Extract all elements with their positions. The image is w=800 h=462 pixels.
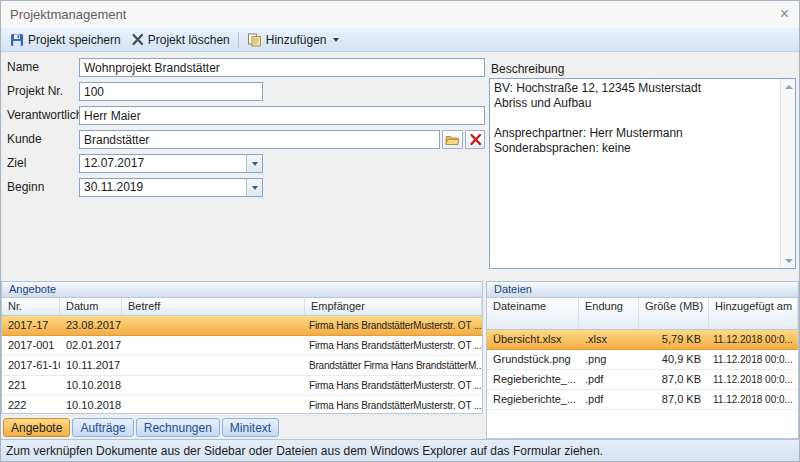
ziel-date-value: 12.07.2017 [84, 155, 144, 172]
clear-customer-button[interactable] [465, 130, 485, 149]
dateien-col-dateiname[interactable]: Dateiname [487, 298, 579, 329]
cell-dateiname: Übersicht.xlsx [487, 330, 579, 349]
table-row[interactable]: Regieberichte_... .pdf 87,0 KB 11.12.201… [487, 370, 798, 390]
add-document-icon [247, 33, 262, 47]
cell-groesse: 40,9 KB [639, 350, 709, 369]
window-title: Projektmanagement [10, 7, 126, 22]
cell-betreff [122, 396, 305, 415]
tab-angebote[interactable]: Angebote [3, 418, 70, 437]
cell-endung: .pdf [579, 370, 639, 389]
cell-empfaenger: Firma Hans BrandstätterMusterstr. OT ... [305, 336, 482, 355]
save-icon [10, 33, 24, 47]
cell-nr: 2017-61-10 [2, 356, 60, 375]
beginn-label: Beginn [7, 178, 44, 197]
name-input[interactable] [79, 58, 485, 77]
tab-rechnungen[interactable]: Rechnungen [136, 418, 220, 437]
cell-hinzugefuegt: 11.12.2018 00:0... [709, 330, 798, 349]
cell-endung: .xlsx [579, 330, 639, 349]
scroll-up-button[interactable] [781, 79, 796, 94]
chevron-down-icon [785, 259, 793, 263]
cell-groesse: 5,79 KB [639, 330, 709, 349]
add-button[interactable]: Hinzufügen [242, 30, 345, 50]
ziel-dropdown-button[interactable] [246, 155, 262, 172]
save-project-button[interactable]: Projekt speichern [5, 30, 126, 50]
table-row[interactable]: 222 10.10.2018 Firma Hans BrandstätterMu… [2, 396, 482, 416]
projektmanagement-window: Projektmanagement × Projekt speichern Pr… [0, 0, 800, 462]
beschreibung-scrollbar[interactable] [780, 79, 795, 268]
cell-betreff [122, 356, 305, 375]
table-row[interactable]: 2017-001 02.01.2017 Firma Hans Brandstät… [2, 336, 482, 356]
beginn-date-picker[interactable]: 30.11.2019 [79, 178, 263, 197]
angebote-col-betreff[interactable]: Betreff [122, 298, 305, 315]
cell-nr: 221 [2, 376, 60, 395]
dateien-col-endung[interactable]: Endung [579, 298, 639, 329]
cell-groesse: 87,0 KB [639, 370, 709, 389]
delete-x-icon [131, 33, 144, 46]
delete-project-button[interactable]: Projekt löschen [126, 30, 235, 50]
beschreibung-text: BV: Hochstraße 12, 12345 Musterstadt Abr… [490, 79, 780, 268]
tab-auftraege[interactable]: Aufträge [72, 418, 133, 437]
open-customer-button[interactable] [442, 130, 463, 149]
projekt-nr-label: Projekt Nr. [7, 82, 63, 101]
table-row[interactable]: 221 10.10.2018 Firma Hans BrandstätterMu… [2, 376, 482, 396]
cell-dateiname: Grundstück.png [487, 350, 579, 369]
cell-empfaenger: Firma Hans BrandstätterMusterstr. OT ...… [305, 396, 482, 415]
cell-betreff [122, 336, 305, 355]
cell-endung: .pdf [579, 390, 639, 409]
dateien-table-header: Dateiname Endung Größe (MB) Hinzugefügt … [487, 298, 798, 330]
table-row[interactable]: 2017-61-10 10.11.2017 Brandstätter Firma… [2, 356, 482, 376]
cell-dateiname: Regieberichte_... [487, 390, 579, 409]
angebote-section-header: Angebote [1, 281, 483, 297]
angebote-col-datum[interactable]: Datum [60, 298, 122, 315]
name-label: Name [7, 58, 39, 77]
red-x-icon [469, 133, 482, 146]
table-row[interactable]: Regieberichte_... .pdf 87,0 KB 11.12.201… [487, 390, 798, 410]
close-icon[interactable]: × [780, 5, 789, 23]
cell-nr: 2017-17 [2, 316, 60, 335]
angebote-col-empfaenger[interactable]: Empfänger [305, 298, 482, 315]
dateien-col-groesse[interactable]: Größe (MB) [639, 298, 709, 329]
angebote-table: Nr. Datum Betreff Empfänger 2017-17 23.0… [1, 297, 483, 414]
chevron-down-icon [333, 38, 339, 42]
dateien-table: Dateiname Endung Größe (MB) Hinzugefügt … [486, 297, 799, 439]
scroll-down-button[interactable] [781, 253, 796, 268]
cell-nr: 222 [2, 396, 60, 415]
cell-groesse: 87,0 KB [639, 390, 709, 409]
tabbar: Angebote Aufträge Rechnungen Minitext [3, 418, 279, 438]
projekt-nr-input[interactable] [79, 82, 263, 101]
titlebar: Projektmanagement × [1, 1, 799, 28]
cell-betreff [122, 316, 305, 335]
toolbar: Projekt speichern Projekt löschen Hinzuf… [1, 28, 799, 52]
cell-endung: .png [579, 350, 639, 369]
dateien-section-header: Dateien [486, 281, 799, 297]
cell-hinzugefuegt: 11.12.2018 00:0... [709, 390, 798, 409]
table-row[interactable]: 2017-17 23.08.2017 Firma Hans Brandstätt… [2, 316, 482, 336]
save-project-label: Projekt speichern [28, 33, 121, 47]
delete-project-label: Projekt löschen [148, 33, 230, 47]
dateien-col-hinzugefuegt[interactable]: Hinzugefügt am [709, 298, 798, 329]
chevron-down-icon [252, 186, 258, 190]
beginn-dropdown-button[interactable] [246, 179, 262, 196]
angebote-col-nr[interactable]: Nr. [2, 298, 60, 315]
beschreibung-label: Beschreibung [491, 62, 564, 76]
table-row[interactable]: Grundstück.png .png 40,9 KB 11.12.2018 0… [487, 350, 798, 370]
verantwortlich-input[interactable] [79, 106, 485, 125]
angebote-table-header: Nr. Datum Betreff Empfänger [2, 298, 482, 316]
ziel-date-picker[interactable]: 12.07.2017 [79, 154, 263, 173]
add-label: Hinzufügen [266, 33, 327, 47]
cell-empfaenger: Brandstätter Firma Hans BrandstätterM... [305, 356, 482, 375]
kunde-label: Kunde [7, 130, 42, 149]
cell-datum: 23.08.2017 [60, 316, 122, 335]
statusbar: Zum verknüpfen Dokumente aus der Sidebar… [1, 439, 799, 461]
cell-hinzugefuegt: 11.12.2018 00:0... [709, 370, 798, 389]
cell-datum: 10.10.2018 [60, 396, 122, 415]
cell-empfaenger: Firma Hans BrandstätterMusterstr. OT ...… [305, 376, 482, 395]
statusbar-text: Zum verknüpfen Dokumente aus der Sidebar… [6, 444, 603, 458]
table-row[interactable]: Übersicht.xlsx .xlsx 5,79 KB 11.12.2018 … [487, 330, 798, 350]
cell-datum: 10.11.2017 [60, 356, 122, 375]
cell-empfaenger: Firma Hans BrandstätterMusterstr. OT ...… [305, 316, 482, 335]
beschreibung-textarea[interactable]: BV: Hochstraße 12, 12345 Musterstadt Abr… [489, 78, 796, 269]
kunde-input[interactable] [79, 130, 440, 149]
beginn-date-value: 30.11.2019 [84, 179, 143, 196]
tab-minitext[interactable]: Minitext [222, 418, 279, 437]
